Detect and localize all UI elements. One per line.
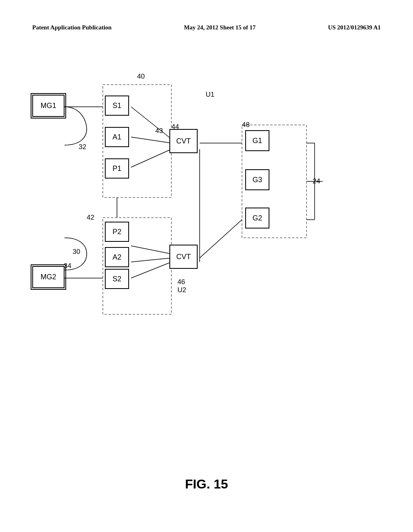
box-mg2: MG2 (32, 266, 65, 288)
box-g3: G3 (245, 169, 269, 190)
box-a1: A1 (105, 127, 129, 147)
header-middle: May 24, 2012 Sheet 15 of 17 (184, 24, 256, 31)
label-24: 24 (313, 177, 320, 185)
box-p1: P1 (105, 158, 129, 179)
label-48: 48 (242, 121, 250, 129)
label-u2: U2 (177, 286, 186, 294)
label-46: 46 (177, 278, 185, 286)
box-mg1: MG1 (32, 95, 65, 117)
connector-lines (24, 64, 371, 330)
box-g2: G2 (245, 208, 269, 229)
label-30: 30 (73, 248, 80, 256)
box-p2: P2 (105, 222, 129, 242)
label-43: 43 (155, 127, 163, 135)
box-s2: S2 (105, 269, 129, 289)
svg-line-14 (131, 258, 171, 262)
label-u1: U1 (206, 91, 215, 99)
box-s1: S1 (105, 96, 129, 116)
fig-caption: FIG. 15 (185, 477, 228, 492)
label-32: 32 (79, 143, 86, 151)
label-40: 40 (137, 73, 145, 81)
label-34: 34 (64, 262, 71, 270)
svg-line-4 (131, 107, 171, 139)
svg-line-15 (131, 246, 171, 254)
header-right: US 2012/0129639 A1 (328, 24, 381, 31)
patent-diagram: 10 40 42 43 44 46 48 24 32 34 30 U1 U2 M… (24, 64, 371, 330)
box-cvt2: CVT (169, 245, 198, 269)
header-left: Patent Application Publication (32, 24, 112, 31)
page-header: Patent Application Publication May 24, 2… (0, 24, 413, 31)
box-g1: G1 (245, 130, 269, 151)
label-42: 42 (87, 214, 94, 222)
svg-line-18 (200, 220, 242, 258)
box-cvt1: CVT (169, 129, 198, 153)
svg-line-5 (131, 137, 171, 143)
svg-line-6 (131, 149, 171, 167)
svg-line-16 (131, 262, 171, 278)
box-a2: A2 (105, 247, 129, 267)
